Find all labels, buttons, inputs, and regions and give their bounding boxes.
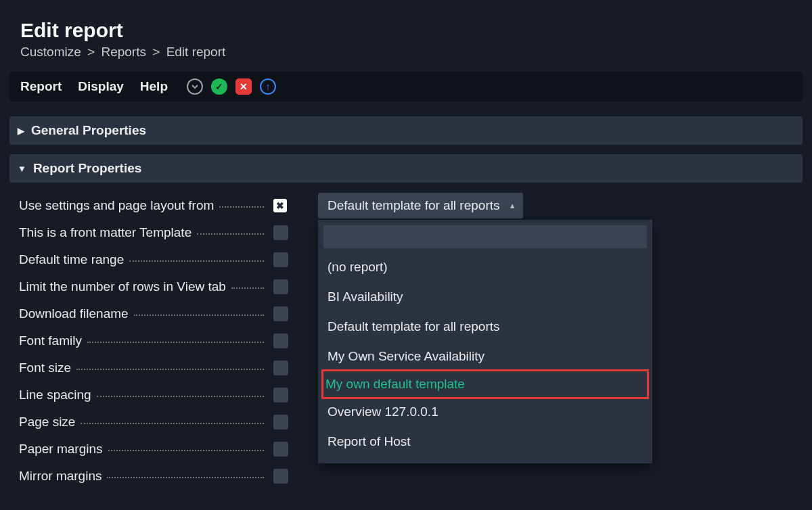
x-square-icon[interactable]: ✕ <box>235 78 252 95</box>
breadcrumb-sep: > <box>152 45 160 59</box>
panel-report-body: Use settings and page layout from ✖ Defa… <box>9 183 803 490</box>
dotted-leader <box>107 477 264 478</box>
caret-up-icon: ▲ <box>509 202 516 210</box>
dropdown-search-input[interactable] <box>323 225 647 248</box>
breadcrumb-item[interactable]: Customize <box>20 45 81 59</box>
checkbox[interactable] <box>273 469 288 484</box>
checkbox[interactable] <box>273 279 288 294</box>
dropdown-option[interactable]: BI Availability <box>323 282 647 312</box>
breadcrumb-item: Edit report <box>166 45 226 59</box>
menu-help[interactable]: Help <box>140 79 168 94</box>
dropdown-option[interactable]: (no report) <box>323 252 647 282</box>
dotted-leader <box>87 342 264 343</box>
panel-general: ▶ General Properties <box>9 116 803 145</box>
form-label: Paper margins <box>19 442 103 457</box>
breadcrumb-sep: > <box>87 45 95 59</box>
template-dropdown[interactable]: Default template for all reports ▲ <box>318 193 523 218</box>
form-label: Font size <box>19 361 71 375</box>
breadcrumb: Customize > Reports > Edit report <box>0 45 812 72</box>
row-template-source: Use settings and page layout from ✖ Defa… <box>19 192 803 219</box>
dotted-leader <box>219 206 264 208</box>
form-label: Page size <box>19 415 75 430</box>
breadcrumb-item[interactable]: Reports <box>101 45 146 59</box>
dropdown-option[interactable]: Default template for all reports <box>323 312 647 342</box>
menubar: Report Display Help ✓ ✕ ↑ <box>9 72 803 101</box>
form-label: Default time range <box>19 252 124 267</box>
page-title: Edit report <box>0 0 812 45</box>
menubar-actions: ✓ ✕ ↑ <box>187 78 276 95</box>
checkbox[interactable] <box>273 306 288 321</box>
checkbox[interactable] <box>273 333 288 348</box>
arrow-up-circle-icon[interactable]: ↑ <box>260 78 276 95</box>
dropdown-panel: (no report) BI Availability Default temp… <box>318 220 652 463</box>
form-label: Line spacing <box>19 388 91 402</box>
dotted-leader <box>108 450 264 451</box>
checkbox[interactable] <box>273 252 288 267</box>
form-label: Mirror margins <box>19 469 102 484</box>
row-mirror-margins: Mirror margins <box>19 463 803 490</box>
checkbox[interactable] <box>273 442 288 457</box>
dropdown-option[interactable]: Overview 127.0.0.1 <box>323 397 647 427</box>
form-label: Use settings and page layout from <box>19 198 214 213</box>
dotted-leader <box>97 396 264 397</box>
dropdown-option[interactable]: My Own Service Availability <box>323 342 647 371</box>
checkbox[interactable] <box>273 361 288 375</box>
form-label: Limit the number of rows in View tab <box>19 279 226 294</box>
panel-general-title: General Properties <box>31 123 146 138</box>
panel-report: ▼ Report Properties Use settings and pag… <box>9 154 803 490</box>
dotted-leader <box>231 287 264 289</box>
dropdown-option[interactable]: Report of Host <box>323 427 647 457</box>
form-label: Download filename <box>19 306 129 321</box>
triangle-down-icon: ▼ <box>18 164 26 174</box>
form-label: This is a front matter Template <box>19 225 191 240</box>
dotted-leader <box>81 423 264 424</box>
dotted-leader <box>76 369 264 370</box>
checkbox[interactable] <box>273 225 288 240</box>
dotted-leader <box>129 260 264 262</box>
menu-report[interactable]: Report <box>20 79 62 94</box>
dropdown-selected-label: Default template for all reports <box>328 198 500 213</box>
form-label: Font family <box>19 333 82 348</box>
clear-button[interactable]: ✖ <box>273 199 287 212</box>
triangle-right-icon: ▶ <box>18 126 24 136</box>
menu-display[interactable]: Display <box>78 79 124 94</box>
check-circle-icon[interactable]: ✓ <box>211 78 227 95</box>
dropdown-option-highlighted[interactable]: My own default template <box>321 369 649 399</box>
panel-report-header[interactable]: ▼ Report Properties <box>9 154 803 183</box>
panel-general-header[interactable]: ▶ General Properties <box>9 116 803 145</box>
chevron-down-circle-icon[interactable] <box>187 78 203 95</box>
panel-report-title: Report Properties <box>33 161 141 176</box>
dotted-leader <box>197 233 264 235</box>
dotted-leader <box>134 315 264 316</box>
checkbox[interactable] <box>273 388 288 402</box>
checkbox[interactable] <box>273 415 288 430</box>
